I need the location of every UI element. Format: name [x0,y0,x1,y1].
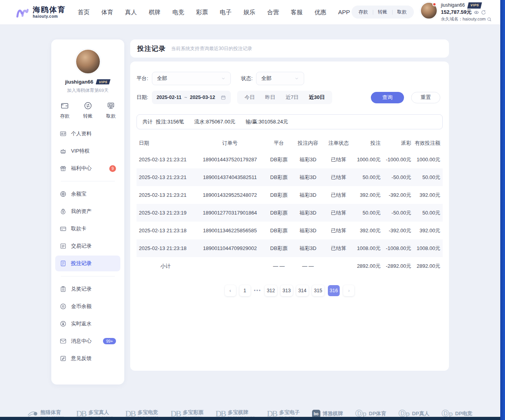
cell-bet-content: 福彩3D [293,204,324,222]
avatar[interactable] [420,2,438,19]
nav-item-service[interactable]: 客服 [291,9,303,16]
nav-item-promo[interactable]: 优惠 [314,9,326,16]
summary-winloss: 输/赢:301058.24元 [246,118,288,125]
sidebar-item-messages[interactable]: 消息中心99+ [55,333,120,349]
table-header-row: 日期订单号平台投注内容注单状态投注派彩有效投注额 [137,136,443,151]
next-page-button[interactable]: › [343,285,354,296]
mail-icon [60,338,67,345]
sidebar-item-label: 投注记录 [71,260,92,267]
crown-icon [60,147,67,155]
cell-platform: DB彩票 [265,186,293,204]
sidebar-item-feedback[interactable]: 意见反馈 [55,351,120,366]
nav-item-slots[interactable]: 电子 [220,9,232,16]
nav-item-esports[interactable]: 电竞 [172,9,184,16]
range-button-今日[interactable]: 今日 [239,94,260,101]
quick-transfer-button[interactable]: 转账 [83,101,93,119]
table-row: 2025-02-13 21:23:191890012770317901864DB… [137,204,443,222]
brand-text: DP电竞 [455,410,472,417]
deposit-button[interactable]: 存款 [354,9,373,15]
quick-deposit-button[interactable]: 存款 [60,101,69,119]
refresh-icon[interactable] [481,10,486,15]
subtotal-row: 小计— —— —2892.00元-2892.00元2892.00元 [137,257,443,275]
transfer-button[interactable]: 转账 [373,9,392,15]
page-button-315[interactable]: 315 [312,285,324,296]
subtotal-label: 小计 [137,257,195,275]
platform-select[interactable]: 全部 [152,72,231,85]
page-ellipsis[interactable]: ••• [254,288,262,293]
page-button-313[interactable]: 313 [281,285,293,296]
page-button-312[interactable]: 312 [265,285,277,296]
profile-avatar[interactable] [75,49,101,74]
cell-date: 2025-02-13 21:23:18 [137,239,195,257]
sidebar-item-redeem[interactable]: 兑奖记录 [55,281,120,297]
cell-order-no: 1890011346225856585 [195,222,265,239]
nav-item-app[interactable]: APP [338,9,350,16]
quick-action-label: 取款 [106,113,116,119]
sidebar-item-withdraw-card[interactable]: 取款卡 [55,221,120,237]
cell-payout: -1008.00元 [383,239,414,257]
cell-bet-amount: 1000.00元 [354,151,383,168]
sidebar-item-transactions[interactable]: 交易记录 [55,238,120,254]
range-button-昨日[interactable]: 昨日 [260,94,281,101]
cell-order-status: 已结算 [323,204,354,222]
brand-name: DP真人 [412,410,429,417]
brand-name: 多宝彩票 [183,409,204,416]
cell-valid-bet: 392.00元 [413,186,443,204]
col-header-valid-bet: 有效投注额 [413,136,443,151]
page-button-1[interactable]: 1 [239,285,251,296]
sidebar-item-assets[interactable]: 我的资产 [55,203,120,219]
quick-withdraw-button[interactable]: 取款 [106,101,116,119]
nav-item-live[interactable]: 真人 [125,9,137,16]
subtotal-platform: — — [265,257,293,275]
divider [61,276,115,276]
cell-date: 2025-02-13 21:23:18 [137,222,195,239]
balance-amount: 152,787.59元 [441,9,472,16]
sidebar-menu: 个人资料VIP特权福利中心9余额宝我的资产取款卡交易记录投注记录兑奖记录金币余额… [51,123,124,366]
profile-vip-badge: VIP5 [96,79,111,84]
col-header-order-status: 注单状态 [323,136,354,151]
eye-icon[interactable] [474,10,479,15]
brand-name: 多宝真人 [88,409,113,416]
search-icon[interactable] [487,17,492,22]
range-button-近7日[interactable]: 近7日 [281,94,304,101]
nav-item-board[interactable]: 棋牌 [149,9,161,16]
cell-payout: -392.00元 [383,222,414,239]
date-range-input[interactable]: 2025-02-11 ~ 2025-03-12 [152,91,231,104]
profile-username: jiushigan66 [65,79,94,85]
rebate-icon [60,320,67,327]
prev-page-button[interactable]: ‹ [225,285,236,296]
nav-item-entertainment[interactable]: 娱乐 [243,9,255,16]
nav-item-lottery[interactable]: 彩票 [196,9,208,16]
nav-item-partner[interactable]: 合营 [267,9,279,16]
sidebar-item-bet-records[interactable]: 投注记录 [55,256,120,271]
cell-bet-amount: 1008.00元 [354,239,383,257]
profile-join-days: 加入海鸥体育第69天 [51,88,124,93]
nav-item-home[interactable]: 首页 [78,9,90,16]
brand-name: 熊猫体育 [40,409,64,416]
brand-domain: haiouty.com [33,14,66,19]
main-nav: 首页体育真人棋牌电竞彩票电子娱乐合营客服优惠APP [78,9,352,16]
cell-bet-amount: 50.00元 [354,168,383,186]
withdraw-button[interactable]: 取款 [393,9,411,15]
range-button-近30日[interactable]: 近30日 [304,94,330,101]
reset-button[interactable]: 重置 [411,92,440,103]
page-button-316[interactable]: 316 [328,285,340,296]
brand-logo[interactable]: 海鸥体育 haiouty.com [16,6,66,19]
wallet-icon [60,101,69,110]
search-button[interactable]: 查询 [371,92,404,103]
sidebar-item-coin-balance[interactable]: 金币余额 [55,299,120,314]
bet-records-panel: 平台: 全部 状态: 全部 日期: 2025-02-11 ~ 2025-03-1… [130,62,449,371]
cell-date: 2025-02-13 21:23:21 [137,168,195,186]
sidebar-item-vip[interactable]: VIP特权 [55,143,120,159]
page-button-314[interactable]: 314 [296,285,309,296]
sidebar-item-welfare[interactable]: 福利中心9 [55,161,120,176]
chevron-down-icon [221,76,226,81]
status-select[interactable]: 全部 [256,72,304,85]
sidebar-item-profile[interactable]: 个人资料 [55,126,120,142]
sidebar-item-yuebao[interactable]: 余额宝 [55,186,120,202]
nav-item-sports[interactable]: 体育 [101,9,113,16]
sidebar-item-rebate[interactable]: 实时返水 [55,316,120,332]
brand-name: 多宝电子 [279,409,300,416]
sidebar-item-label: 意见反馈 [71,355,92,362]
col-header-payout: 派彩 [383,136,414,151]
